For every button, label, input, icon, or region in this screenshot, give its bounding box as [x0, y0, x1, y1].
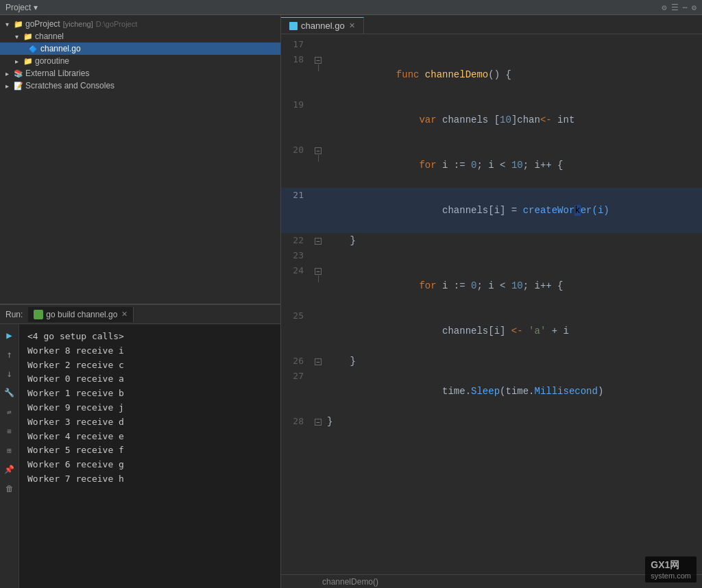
code-line-17: 17 — [281, 37, 702, 52]
line-num-26: 26 — [281, 354, 312, 369]
settings-icon[interactable]: ⚙ — [662, 3, 666, 12]
run-panel: Run: go build channel.go ✕ ▶ ↑ ↓ 🔧 ⇌ ≡ ⊞… — [0, 304, 280, 588]
sidebar-item-channelgo[interactable]: 🔷 channel.go — [0, 42, 280, 55]
line-num-18: 18 — [281, 52, 312, 67]
line-num-21: 21 — [281, 188, 312, 203]
tab-file-icon — [289, 22, 298, 30]
line-num-17: 17 — [281, 37, 312, 52]
go-file-icon: 🔷 — [29, 45, 38, 53]
run-panel-tabs: Run: go build channel.go ✕ — [0, 305, 280, 324]
function-hint: channelDemo() — [281, 574, 702, 588]
plain-20a — [396, 160, 420, 171]
code-line-18: 18 − func channelDemo() { — [281, 52, 702, 97]
run-grid-button[interactable]: ⊞ — [3, 443, 16, 457]
goroutine-folder-icon: 📁 — [23, 57, 33, 66]
code-line-24: 24 − for i := 0; i < 10; i++ { — [281, 263, 702, 308]
channel-arrow: ▾ — [15, 33, 22, 40]
run-pin-button[interactable]: 📌 — [3, 463, 16, 476]
line-num-27: 27 — [281, 369, 312, 384]
code-lines: 17 18 − func channelDemo() { — [281, 34, 702, 429]
gutter-24: − — [312, 268, 324, 275]
code-line-20: 20 − for i := 0; i < 10; i++ { — [281, 143, 702, 188]
plain-21a: channels[i] = — [396, 205, 523, 216]
sidebar-item-channel[interactable]: ▾ 📁 channel — [0, 30, 280, 42]
code-line-27: 27 time.Sleep(time.Millisecond) — [281, 369, 702, 414]
fold-18[interactable]: − — [315, 57, 322, 64]
sidebar-item-scratches[interactable]: ▸ 📝 Scratches and Consoles — [0, 79, 280, 92]
channelgo-label: channel.go — [40, 44, 81, 53]
run-up-button[interactable]: ↑ — [3, 347, 16, 361]
run-lines-button[interactable]: ≡ — [3, 424, 16, 438]
layout-icon[interactable]: ☰ — [671, 3, 679, 12]
plain-27a — [396, 386, 442, 397]
output-line-1: Worker 8 receive i — [27, 344, 272, 358]
code-text-22: } — [324, 233, 356, 248]
run-tab[interactable]: go build channel.go ✕ — [28, 307, 134, 322]
code-line-25: 25 channels[i] <- 'a' + i — [281, 308, 702, 354]
gear-icon[interactable]: ⚙ — [692, 3, 697, 12]
code-editor[interactable]: 17 18 − func channelDemo() { — [281, 34, 702, 588]
plain-18a: () { — [488, 69, 511, 80]
kw-larrow: <- — [511, 326, 529, 336]
tab-channel-go[interactable]: channel.go ✕ — [281, 17, 364, 34]
top-bar-icons: ⚙ ☰ ⋯ ⚙ — [662, 3, 697, 12]
output-line-7: Worker 4 receive e — [27, 430, 272, 444]
fold-22[interactable]: − — [315, 238, 322, 245]
output-line-8: Worker 5 receive f — [27, 443, 272, 458]
fold-28[interactable]: − — [315, 419, 322, 426]
run-toolbar: ▶ ↑ ↓ 🔧 ⇌ ≡ ⊞ 📌 🗑 — [0, 324, 19, 588]
fold-20[interactable]: − — [315, 147, 322, 154]
output-line-5: Worker 9 receive j — [27, 401, 272, 415]
editor-area: channel.go ✕ 17 18 − — [281, 15, 702, 588]
menu-icon[interactable]: ⋯ — [683, 3, 688, 12]
run-down-button[interactable]: ↓ — [3, 367, 16, 380]
code-text-20: for i := 0; i < 10; i++ { — [324, 143, 564, 188]
expand-arrow: ▾ — [5, 21, 12, 28]
plain-25a: channels[i] — [396, 326, 511, 336]
method-millisecond: Millisecond — [535, 386, 598, 397]
code-line-28: 28 − } — [281, 414, 702, 429]
line-num-20: 20 — [281, 143, 312, 158]
sidebar-item-external-libraries[interactable]: ▸ 📚 External Libraries — [0, 67, 280, 79]
plain-24d: ; i++ { — [523, 280, 564, 291]
top-bar-title: Project ▾ — [5, 3, 38, 12]
sidebar: ▾ 📁 goProject [yicheng] D:\goProject ▾ 📁… — [0, 15, 281, 588]
setup-calls-line: <4 go setup calls> — [27, 330, 272, 344]
kw-for: for — [419, 160, 442, 171]
run-play-button[interactable]: ▶ — [3, 328, 16, 342]
scratches-icon: 📝 — [14, 82, 23, 90]
tab-close-icon[interactable]: ✕ — [349, 21, 355, 30]
top-bar: Project ▾ ⚙ ☰ ⋯ ⚙ — [0, 0, 702, 15]
ext-lib-label: External Libraries — [25, 69, 89, 78]
fn-createWorker2: er(i) — [581, 205, 609, 216]
fold-24[interactable]: − — [315, 268, 322, 275]
channel-label: channel — [35, 32, 64, 41]
line-num-25: 25 — [281, 308, 312, 323]
run-scroll-button[interactable]: ⇌ — [3, 405, 16, 419]
code-text-27: time.Sleep(time.Millisecond) — [324, 369, 603, 414]
plain-24b: i := — [442, 280, 471, 291]
folder-icon: 📁 — [14, 20, 23, 29]
plain-20d: ; i++ { — [523, 160, 564, 171]
file-tree: ▾ 📁 goProject [yicheng] D:\goProject ▾ 📁… — [0, 15, 280, 304]
plain-27e: ) — [598, 386, 603, 397]
str-a: 'a' — [529, 326, 546, 336]
ext-lib-arrow: ▸ — [5, 70, 12, 77]
run-wrench-button[interactable]: 🔧 — [3, 386, 16, 400]
run-tab-close[interactable]: ✕ — [121, 310, 128, 319]
method-sleep: Sleep — [471, 386, 500, 397]
code-text-25: channels[i] <- 'a' + i — [324, 308, 569, 354]
fn-channelDemo: channelDemo — [425, 69, 488, 80]
code-line-26: 26 − } — [281, 354, 702, 369]
num-10b: 10 — [511, 160, 523, 171]
sidebar-item-goproject[interactable]: ▾ 📁 goProject [yicheng] D:\goProject — [0, 18, 280, 30]
kw-func: func — [396, 69, 425, 80]
line-num-23: 23 — [281, 248, 312, 263]
gutter-22: − — [312, 238, 324, 245]
plain-27d: . — [529, 386, 534, 397]
watermark-text: GX1网 — [651, 559, 691, 572]
plain-19a — [396, 114, 420, 125]
sidebar-item-goroutine[interactable]: ▸ 📁 goroutine — [0, 55, 280, 67]
run-trash-button[interactable]: 🗑 — [3, 482, 16, 495]
fold-26[interactable]: − — [315, 358, 322, 365]
